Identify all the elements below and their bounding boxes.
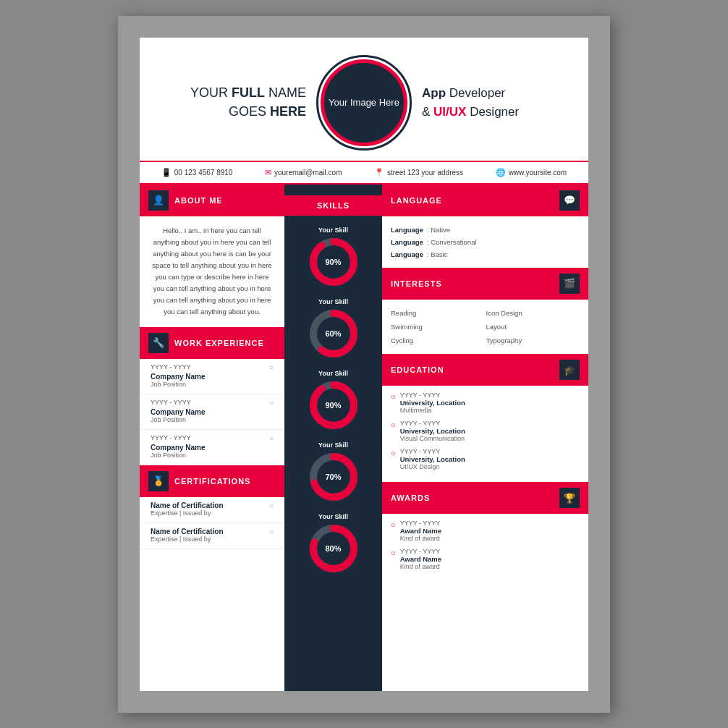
contact-website: 🌐 www.yoursite.com (496, 168, 567, 177)
cert-name-2: Name of Certification (151, 528, 274, 536)
work-header: 🔧 WORK EXPERIENCE (140, 327, 284, 359)
work-label: WORK EXPERIENCE (174, 339, 264, 347)
edu-bullet-1: ○ (391, 392, 396, 414)
interest-4: Layout (486, 321, 580, 333)
work-company-1: Company Name (151, 373, 274, 381)
work-position-2: Job Position (151, 416, 274, 423)
skills-column: SKILLS Your Skill 90% Your Skill (284, 185, 382, 691)
language-row-1: Language : Native (391, 224, 580, 236)
contact-phone: 📱 00 123 4567 8910 (161, 168, 233, 177)
award-year-2: YYYY - YYYY (400, 548, 441, 555)
list-item: ○ YYYY - YYYY University, Location UI/UX… (391, 448, 580, 470)
edu-details-3: YYYY - YYYY University, Location UI/UX D… (400, 448, 465, 470)
skill-percent-5: 80% (325, 544, 341, 553)
about-me-label: ABOUT ME (174, 196, 223, 205)
education-header: EDUCATION 🎓 (382, 354, 588, 386)
interest-5: Cycling (391, 334, 485, 347)
skill-item-2: Your Skill 60% (308, 298, 359, 359)
skill-percent-1: 90% (325, 258, 341, 266)
skill-label-2: Your Skill (318, 298, 348, 305)
interests-section: INTERESTS 🎬 Reading Icon Design Swimming… (382, 268, 588, 354)
location-icon: 📍 (374, 168, 384, 177)
resume-document: YOUR FULL NAME GOES HERE Your Image Here… (140, 38, 588, 691)
graduation-icon: 🎓 (564, 365, 576, 376)
language-label: LANGUAGE (391, 196, 442, 205)
education-section: EDUCATION 🎓 ○ YYYY - YYYY University, Lo… (382, 354, 588, 482)
language-icon-box: 💬 (559, 190, 580, 211)
language-header: LANGUAGE 💬 (382, 185, 588, 216)
skill-donut-1: 90% (308, 237, 359, 287)
skill-label-5: Your Skill (318, 513, 348, 520)
name-block: YOUR FULL NAME GOES HERE (161, 84, 306, 120)
about-me-text: Hello.. I am.. in here you can tell anyt… (140, 216, 284, 327)
skill-item-1: Your Skill 90% (308, 227, 359, 287)
cert-icon-box: 🏅 (148, 471, 169, 491)
skills-header: SKILLS (284, 195, 382, 216)
cert-detail-2: Expertise | Issued by (151, 536, 274, 543)
list-item: Name of Certification Expertise | Issued… (140, 523, 284, 549)
trophy-icon: 🏆 (564, 493, 576, 504)
edu-year-2: YYYY - YYYY (400, 420, 465, 427)
person-icon: 👤 (153, 195, 165, 206)
skill-label-3: Your Skill (318, 370, 348, 377)
work-icon: 🔧 (153, 337, 165, 348)
work-position-3: Job Position (151, 452, 274, 459)
edu-bullet-3: ○ (391, 449, 396, 470)
interests-icon-box: 🎬 (559, 274, 580, 294)
certifications-section: 🏅 CERTIFICATIONS Name of Certification E… (140, 465, 284, 549)
skill-donut-2: 60% (308, 308, 359, 359)
skill-item-5: Your Skill 80% (308, 513, 359, 574)
award-name-2: Award Name (400, 555, 441, 563)
awards-content: ○ YYYY - YYYY Award Name Kind of award ○… (382, 514, 588, 582)
language-row-3: Language : Basic (391, 248, 580, 261)
skill-donut-5: 80% (308, 523, 359, 574)
right-column: LANGUAGE 💬 Language : Native Language : … (382, 185, 588, 691)
award-bullet-1: ○ (391, 520, 396, 542)
edu-univ-2: University, Location (400, 427, 465, 435)
title-block: App Developer & UI/UX Designer (422, 84, 567, 121)
list-item: ○ YYYY - YYYY University, Location Multi… (391, 391, 580, 414)
skill-label-4: Your Skill (318, 441, 348, 449)
skill-donut-4: 70% (308, 452, 359, 502)
award-name-1: Award Name (400, 527, 441, 535)
interest-6: Typography (486, 334, 580, 347)
name-line-1: YOUR FULL NAME (161, 84, 306, 102)
skill-percent-2: 60% (325, 329, 341, 338)
about-me-icon-box: 👤 (148, 190, 169, 211)
award-kind-1: Kind of award (400, 535, 441, 542)
awards-section: AWARDS 🏆 ○ YYYY - YYYY Award Name Kind o… (382, 482, 588, 582)
edu-field-2: Visual Communication (400, 435, 465, 442)
award-year-1: YYYY - YYYY (400, 520, 441, 527)
resume-header: YOUR FULL NAME GOES HERE Your Image Here… (140, 38, 588, 161)
edu-univ-3: University, Location (400, 455, 465, 463)
education-label: EDUCATION (391, 365, 444, 374)
skill-percent-4: 70% (325, 473, 341, 481)
interests-icon: 🎬 (564, 278, 576, 289)
phone-icon: 📱 (161, 168, 172, 177)
title-line-2: & UI/UX Designer (422, 103, 567, 122)
list-item: Name of Certification Expertise | Issued… (140, 497, 284, 523)
work-entries: YYYY - YYYY Company Name Job Position YY… (140, 359, 284, 465)
work-year-2: YYYY - YYYY (151, 399, 274, 407)
list-item: ○ YYYY - YYYY Award Name Kind of award (391, 548, 580, 570)
interest-1: Reading (391, 307, 485, 319)
email-icon: ✉ (265, 168, 271, 177)
list-item: ○ YYYY - YYYY University, Location Visua… (391, 420, 580, 442)
contact-bar: 📱 00 123 4567 8910 ✉ youremail@mail.com … (140, 161, 588, 185)
skill-item-4: Your Skill 70% (308, 441, 359, 502)
cert-icon: 🏅 (153, 475, 165, 486)
awards-icon-box: 🏆 (559, 488, 580, 508)
awards-header: AWARDS 🏆 (382, 482, 588, 514)
edu-univ-1: University, Location (400, 399, 465, 407)
interest-3: Swimming (391, 321, 485, 333)
awards-label: AWARDS (391, 494, 430, 502)
about-me-section: 👤 ABOUT ME Hello.. I am.. in here you ca… (140, 185, 284, 327)
cert-entries: Name of Certification Expertise | Issued… (140, 497, 284, 549)
cert-name-1: Name of Certification (151, 501, 274, 509)
interests-label: INTERESTS (391, 279, 442, 288)
edu-field-1: Multimedia (400, 407, 465, 414)
skill-percent-3: 90% (325, 401, 341, 410)
interests-content: Reading Icon Design Swimming Layout Cycl… (382, 300, 588, 354)
edu-details-1: YYYY - YYYY University, Location Multime… (400, 391, 465, 414)
name-line-2: GOES HERE (161, 103, 306, 121)
